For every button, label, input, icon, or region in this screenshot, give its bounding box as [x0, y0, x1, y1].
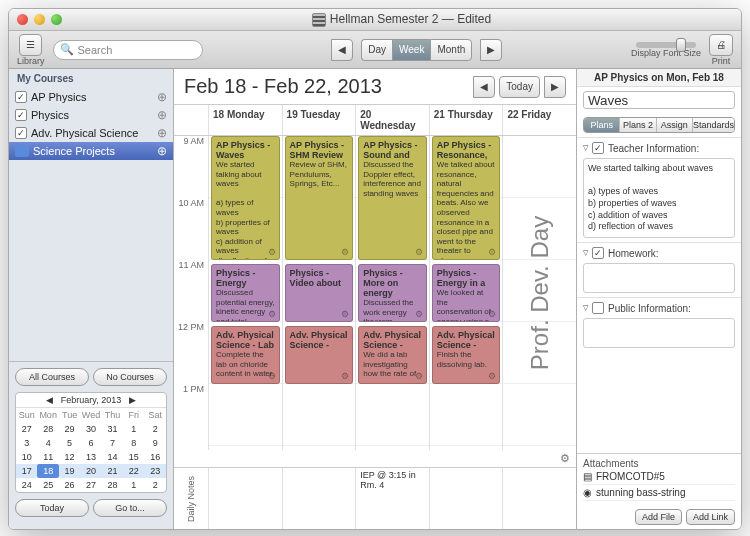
add-icon[interactable]: ⊕	[157, 144, 167, 158]
no-courses-button[interactable]: No Courses	[93, 368, 167, 386]
calendar-event[interactable]: Physics - Energy in aWe looked at the co…	[432, 264, 501, 322]
mini-cal-month: February, 2013	[61, 395, 121, 405]
add-icon[interactable]: ⊕	[157, 108, 167, 122]
day-header[interactable]: 20 Wednesday	[355, 105, 429, 135]
day-header[interactable]: 22 Friday	[502, 105, 576, 135]
checkbox-icon[interactable]	[592, 302, 604, 314]
day-header[interactable]: 19 Tuesday	[282, 105, 356, 135]
gear-icon[interactable]: ⚙	[341, 371, 349, 381]
print-button[interactable]: 🖨	[709, 34, 733, 56]
inspector-header: AP Physics on Mon, Feb 18	[577, 69, 741, 87]
sidebar-course-physics[interactable]: ✓Physics⊕	[9, 106, 173, 124]
view-day-button[interactable]: Day	[361, 39, 392, 61]
day-header[interactable]: 18 Monday	[208, 105, 282, 135]
day-column-mon[interactable]: AP Physics - WavesWe started talking abo…	[208, 136, 282, 450]
tab-plans2[interactable]: Plans 2	[620, 118, 656, 132]
disclosure-icon[interactable]: ▽	[583, 249, 588, 257]
tab-standards[interactable]: Standards	[693, 118, 734, 132]
gear-icon[interactable]: ⚙	[415, 309, 423, 319]
tab-plans[interactable]: Plans	[584, 118, 620, 132]
attachment-item[interactable]: ◉stunning bass-string	[583, 485, 735, 501]
gear-icon[interactable]: ⚙	[341, 247, 349, 257]
gear-icon[interactable]: ⚙	[488, 371, 496, 381]
gear-icon[interactable]: ⚙	[415, 371, 423, 381]
calendar-event[interactable]: AP Physics - WavesWe started talking abo…	[211, 136, 280, 260]
next-month-button[interactable]: ▶	[125, 395, 139, 405]
font-size-slider[interactable]	[636, 42, 696, 48]
day-column-fri[interactable]: Prof. Dev. Day	[502, 136, 576, 450]
all-courses-button[interactable]: All Courses	[15, 368, 89, 386]
daily-note[interactable]	[282, 468, 356, 529]
gear-icon[interactable]: ⚙	[268, 309, 276, 319]
checkbox-icon[interactable]: ✓	[15, 127, 27, 139]
calendar-event[interactable]: AP Physics - Sound andDiscussed the Dopp…	[358, 136, 427, 260]
gear-icon[interactable]: ⚙	[341, 309, 349, 319]
tab-assign[interactable]: Assign	[657, 118, 693, 132]
disclosure-icon[interactable]: ▽	[583, 144, 588, 152]
calendar-event[interactable]: Physics - More on energyDiscussed the wo…	[358, 264, 427, 322]
lesson-title-input[interactable]	[583, 91, 735, 109]
today-button[interactable]: Today	[15, 499, 89, 517]
add-icon[interactable]: ⊕	[157, 90, 167, 104]
window-title: Hellman Semester 2 — Edited	[70, 12, 733, 27]
calendar-event[interactable]: AP Physics - SHM ReviewReview of SHM, Pe…	[285, 136, 354, 260]
day-headers: 18 Monday 19 Tuesday 20 Wednesday 21 Thu…	[174, 105, 576, 136]
folder-icon	[15, 145, 29, 157]
day-column-wed[interactable]: AP Physics - Sound andDiscussed the Dopp…	[355, 136, 429, 450]
gear-icon[interactable]: ⚙	[268, 371, 276, 381]
prev-button[interactable]: ◀	[331, 39, 353, 61]
sidebar-course-science-projects[interactable]: Science Projects⊕	[9, 142, 173, 160]
public-info-textarea[interactable]	[583, 318, 735, 348]
calendar-event[interactable]: Adv. Physical Science -Finish the dissol…	[432, 326, 501, 384]
calendar-header: Feb 18 - Feb 22, 2013 ◀ Today ▶	[174, 69, 576, 105]
disclosure-icon[interactable]: ▽	[583, 304, 588, 312]
calendar-event[interactable]: Adv. Physical Science -We did a lab inve…	[358, 326, 427, 384]
daily-note[interactable]	[502, 468, 576, 529]
homework-textarea[interactable]	[583, 263, 735, 293]
close-icon[interactable]	[17, 14, 28, 25]
daily-note[interactable]: IEP @ 3:15 in Rm. 4	[355, 468, 429, 529]
gear-icon[interactable]: ⚙	[488, 247, 496, 257]
library-button[interactable]: ☰	[19, 34, 42, 56]
checkbox-icon[interactable]: ✓	[592, 247, 604, 259]
view-segment: Day Week Month	[361, 39, 472, 61]
calendar-settings-button[interactable]: ⚙	[174, 450, 576, 467]
gear-icon[interactable]: ⚙	[415, 247, 423, 257]
daily-note[interactable]	[429, 468, 503, 529]
calendar-event[interactable]: AP Physics - Resonance,We talked about r…	[432, 136, 501, 260]
checkbox-icon[interactable]: ✓	[15, 109, 27, 121]
view-month-button[interactable]: Month	[430, 39, 472, 61]
minimize-icon[interactable]	[34, 14, 45, 25]
prev-week-button[interactable]: ◀	[473, 76, 495, 98]
checkbox-icon[interactable]: ✓	[15, 91, 27, 103]
sidebar-course-adv-physical[interactable]: ✓Adv. Physical Science⊕	[9, 124, 173, 142]
next-week-button[interactable]: ▶	[544, 76, 566, 98]
teacher-info-textarea[interactable]: We started talking about waves a) types …	[583, 158, 735, 238]
today-button[interactable]: Today	[499, 76, 540, 98]
add-link-button[interactable]: Add Link	[686, 509, 735, 525]
calendar-event[interactable]: Physics - EnergyDiscussed potential ener…	[211, 264, 280, 322]
daily-note[interactable]	[208, 468, 282, 529]
attachment-item[interactable]: ▤FROMCOTD#5	[583, 469, 735, 485]
gear-icon[interactable]: ⚙	[268, 247, 276, 257]
add-file-button[interactable]: Add File	[635, 509, 682, 525]
add-icon[interactable]: ⊕	[157, 126, 167, 140]
checkbox-icon[interactable]: ✓	[592, 142, 604, 154]
next-button[interactable]: ▶	[480, 39, 502, 61]
sidebar-course-ap-physics[interactable]: ✓AP Physics⊕	[9, 88, 173, 106]
view-week-button[interactable]: Week	[392, 39, 430, 61]
calendar-event[interactable]: Physics - Video about⚙	[285, 264, 354, 322]
calendar-event[interactable]: Adv. Physical Science -⚙	[285, 326, 354, 384]
mini-cal-grid[interactable]: SunMonTueWedThuFriSat2728293031123456789…	[16, 408, 166, 492]
day-column-thu[interactable]: AP Physics - Resonance,We talked about r…	[429, 136, 503, 450]
font-size-label: Display Font Size	[631, 48, 701, 58]
prev-month-button[interactable]: ◀	[43, 395, 57, 405]
zoom-icon[interactable]	[51, 14, 62, 25]
daily-notes-row: Daily Notes IEP @ 3:15 in Rm. 4	[174, 467, 576, 529]
gear-icon[interactable]: ⚙	[488, 309, 496, 319]
day-header[interactable]: 21 Thursday	[429, 105, 503, 135]
calendar-event[interactable]: Adv. Physical Science - LabComplete the …	[211, 326, 280, 384]
day-column-tue[interactable]: AP Physics - SHM ReviewReview of SHM, Pe…	[282, 136, 356, 450]
goto-button[interactable]: Go to...	[93, 499, 167, 517]
search-input[interactable]: 🔍 Search	[53, 40, 203, 60]
